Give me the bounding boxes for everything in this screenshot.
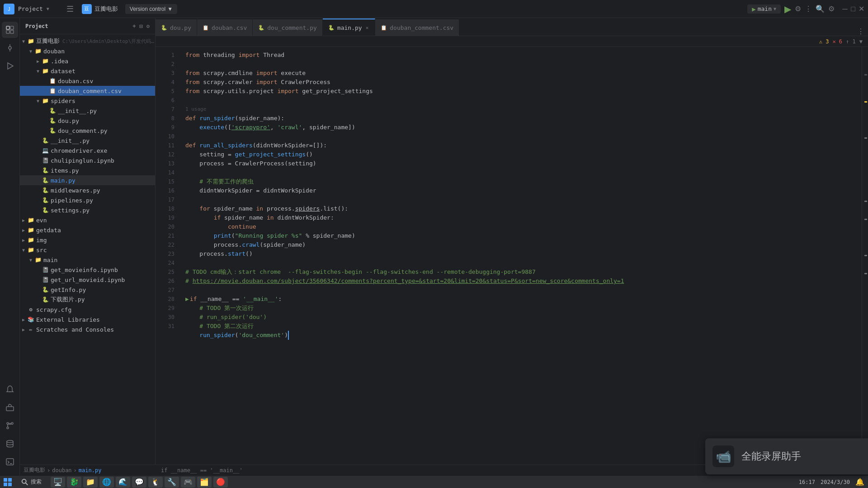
git-icon[interactable] [2,418,18,434]
sidebar-item-external-libraries[interactable]: ▶ 📚 External Libraries [20,314,155,324]
search-taskbar-button[interactable]: 搜索 [21,478,42,486]
sidebar-item-get-movieinfo[interactable]: ▶ 📓 get_movieinfo.ipynb [20,265,155,275]
minimize-button[interactable]: ─ [842,6,848,12]
search-everywhere-button[interactable]: 🔍 [816,5,825,13]
code-line-21: process.crawl(spider_name) [185,240,862,249]
taskbar-icon-5[interactable]: 🌊 [116,477,130,488]
breadcrumb-project[interactable]: 豆瓣电影 [24,466,45,474]
nav-up-icon[interactable]: ↑ 1 [846,38,856,45]
taskbar-icon-1[interactable]: 🖥️ [51,477,65,488]
plugins-icon[interactable] [2,399,18,416]
run-button[interactable]: ▶ [784,4,791,14]
svg-rect-21 [4,478,7,482]
sidebar-item-chulipinglun[interactable]: ▶ 📓 chulipinglun.ipynb [20,155,155,165]
tab-dou-comment-py[interactable]: 🐍 dou_comment.py [253,19,323,36]
sidebar-item-main-py[interactable]: ▶ 🐍 main.py [20,175,155,185]
tab-dou-py[interactable]: 🐍 dou.py [156,19,197,36]
code-line-15: didntWorkSpider = didntWorkSpider [185,186,862,195]
maximize-button[interactable]: □ [850,6,856,12]
sidebar-item-middlewares-py[interactable]: ▶ 🐍 middlewares.py [20,185,155,195]
code-line-20: print("Running spider %s" % spider_name) [185,231,862,240]
sidebar-item-init-py[interactable]: ▶ 🐍 __init__.py [20,106,155,116]
taskbar-icon-6[interactable]: 💬 [132,477,146,488]
sidebar-item-getinfo-py[interactable]: ▶ 🐍 getInfo.py [20,285,155,295]
error-count[interactable]: ✕ 6 [832,38,842,45]
sidebar-item-dataset[interactable]: ▼ 📁 dataset [20,66,155,76]
taskbar-icon-8[interactable]: 🔧 [165,477,179,488]
tab-main-py-close[interactable]: ✕ [365,24,370,31]
taskbar-icon-10[interactable]: 🗂️ [197,477,212,488]
sidebar-item-scratches[interactable]: ▶ ✏️ Scratches and Consoles [20,324,155,334]
project-view-icon[interactable] [2,22,18,38]
nav-down-icon[interactable]: ▼ [859,38,863,45]
code-line-22: process.start() [185,249,862,258]
taskbar-icon-2[interactable]: 🐉 [67,477,81,488]
sidebar-item-getdata[interactable]: ▶ 📁 getdata [20,225,155,235]
project-label[interactable]: Project [18,5,43,12]
sidebar-item-evn[interactable]: ▶ 📁 evn [20,215,155,225]
tab-douban-comment-csv[interactable]: 📋 douban_comment.csv [375,19,459,36]
sidebar-item-main-folder[interactable]: ▼ 📁 main [20,255,155,265]
taskbar-icon-4[interactable]: 🌐 [99,477,114,488]
taskbar-notification[interactable]: 🔔 [855,478,864,486]
sidebar-item-spiders[interactable]: ▼ 📁 spiders [20,96,155,106]
tab-douban-csv[interactable]: 📋 douban.csv [197,19,253,36]
tab-bar: 🐍 dou.py 📋 douban.csv 🐍 dou_comment.py 🐍… [156,18,868,36]
tab-douban-comment-csv-label: douban_comment.csv [390,24,453,31]
taskbar-icon-11[interactable]: 🔴 [213,477,228,488]
sidebar-item-pipelines-py[interactable]: ▶ 🐍 pipelines.py [20,195,155,205]
code-editor[interactable]: from threading import Thread from scrapy… [178,47,862,465]
sidebar-item-settings-py[interactable]: ▶ 🐍 settings.py [20,205,155,215]
code-line-27: ▶ if __name__ == '__main__': [185,295,862,304]
sidebar-collapse-icon[interactable]: ⊟ [140,23,143,29]
breadcrumb-file[interactable]: main.py [79,467,102,474]
sidebar-item-init2-py[interactable]: ▶ 🐍 __init__.py [20,136,155,145]
sidebar-item-root[interactable]: ▼ 📁 豆瓣电影 C:\Users\Admin\Desktop\开发代码大文件 [20,36,155,46]
scroll-gutter[interactable] [862,47,868,465]
editor-info-bar: ⚠ 3 ✕ 6 ↑ 1 ▼ [156,36,868,47]
commit-icon[interactable] [2,40,18,56]
taskbar-icon-7[interactable]: 🐧 [148,477,163,488]
tab-more-button[interactable]: ⋮ [854,27,868,36]
close-button[interactable]: ✕ [858,6,864,12]
sidebar-item-download-images[interactable]: ▶ 🐍 下载图片.py [20,295,155,305]
settings-button[interactable]: ⚙ [828,5,835,13]
windows-start-button[interactable] [4,478,12,486]
sidebar-item-get-url-movieid[interactable]: ▶ 📓 get_url_movieid.ipynb [20,275,155,285]
warning-count[interactable]: ⚠ 3 [819,38,829,45]
breadcrumb-douban[interactable]: douban [52,467,71,474]
tab-main-py[interactable]: 🐍 main.py ✕ [323,19,375,36]
scroll-marker-4 [864,219,867,220]
sidebar-item-douban[interactable]: ▼ 📁 douban [20,46,155,56]
sidebar-item-img[interactable]: ▶ 📁 img [20,235,155,245]
sidebar-item-dou-py[interactable]: ▶ 🐍 dou.py [20,116,155,126]
sidebar-settings-icon[interactable]: ⚙ [146,23,150,29]
sidebar-item-chromedriver[interactable]: ▶ 💻 chromedriver.exe [20,145,155,155]
terminal-icon[interactable] [2,454,18,470]
watermark-overlay[interactable]: 📹 全能录屏助手 [705,438,868,474]
taskbar-icon-9[interactable]: 🎮 [181,477,195,488]
build-button[interactable]: ⚙ [795,5,801,13]
svg-rect-2 [6,26,9,29]
sidebar-item-scrapy-cfg[interactable]: ▶ ⚙ scrapy.cfg [20,305,155,314]
svg-line-26 [26,483,28,485]
sidebar-item-idea[interactable]: ▶ 📁 .idea [20,56,155,66]
more-options-button[interactable]: ⋮ [805,5,812,13]
database-icon[interactable] [2,436,18,452]
sidebar-item-dou-comment-py[interactable]: ▶ 🐍 dou_comment.py [20,126,155,136]
notifications-icon[interactable] [2,381,18,398]
run-debug-icon[interactable] [2,58,18,74]
taskbar-icon-3[interactable]: 📁 [83,477,98,488]
version-control-button[interactable]: Version control ▼ [125,4,177,14]
sidebar-add-icon[interactable]: + [132,23,136,29]
hamburger-menu-button[interactable]: ☰ [62,2,78,16]
sidebar-item-douban-csv[interactable]: ▶ 📋 douban.csv [20,76,155,86]
editor-content[interactable]: 1 2 3 4 5 6 7 8 9 10 11 12 13 14 15 16 1… [156,47,868,465]
sidebar-item-src[interactable]: ▼ 📁 src [20,245,155,255]
sidebar-item-douban-comment-csv[interactable]: ▶ 📋 douban_comment.csv [20,86,155,96]
code-line-10: def run_all_spiders(didntWorkSpider=[]): [185,141,862,150]
run-line-indicator[interactable]: ▶ [185,295,189,304]
taskbar-date[interactable]: 2024/3/30 [821,479,850,485]
taskbar-time[interactable]: 16:17 [799,479,815,485]
sidebar-item-items-py[interactable]: ▶ 🐍 items.py [20,165,155,175]
